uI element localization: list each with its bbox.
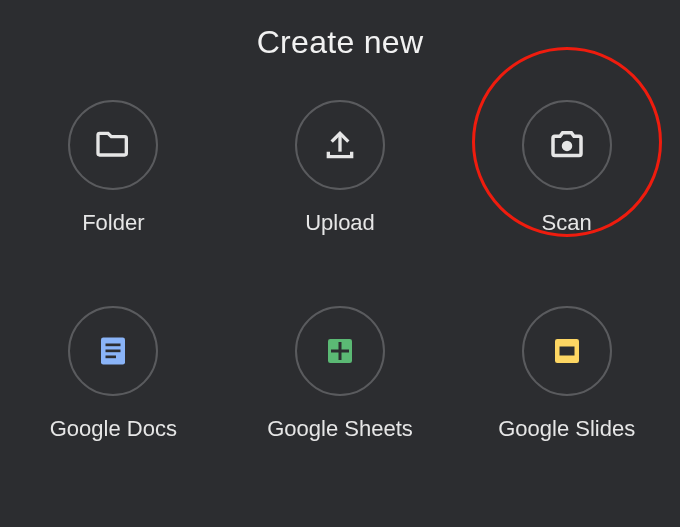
svg-point-0 — [561, 141, 572, 152]
upload-label: Upload — [305, 210, 375, 236]
slides-label: Google Slides — [498, 416, 635, 442]
svg-rect-4 — [106, 356, 117, 359]
docs-icon — [95, 333, 131, 369]
svg-rect-2 — [106, 344, 121, 347]
menu-title: Create new — [0, 0, 680, 61]
options-grid: Folder Upload — [0, 100, 680, 442]
docs-label: Google Docs — [50, 416, 177, 442]
sheets-label: Google Sheets — [267, 416, 413, 442]
folder-icon-circle — [68, 100, 158, 190]
camera-icon — [546, 124, 588, 166]
scan-icon-circle — [522, 100, 612, 190]
create-new-menu: Create new Folder — [0, 0, 680, 527]
svg-rect-3 — [106, 350, 121, 353]
upload-option[interactable]: Upload — [295, 100, 385, 236]
docs-icon-circle — [68, 306, 158, 396]
svg-rect-9 — [559, 347, 574, 356]
sheets-icon-circle — [295, 306, 385, 396]
folder-icon — [93, 125, 133, 165]
folder-option[interactable]: Folder — [68, 100, 158, 236]
slides-option[interactable]: Google Slides — [498, 306, 635, 442]
sheets-option[interactable]: Google Sheets — [267, 306, 413, 442]
svg-rect-7 — [331, 350, 349, 353]
scan-label: Scan — [542, 210, 592, 236]
sheets-icon — [322, 333, 358, 369]
docs-option[interactable]: Google Docs — [50, 306, 177, 442]
upload-icon-circle — [295, 100, 385, 190]
slides-icon-circle — [522, 306, 612, 396]
folder-label: Folder — [82, 210, 144, 236]
upload-icon — [320, 125, 360, 165]
slides-icon — [549, 333, 585, 369]
scan-option[interactable]: Scan — [522, 100, 612, 236]
